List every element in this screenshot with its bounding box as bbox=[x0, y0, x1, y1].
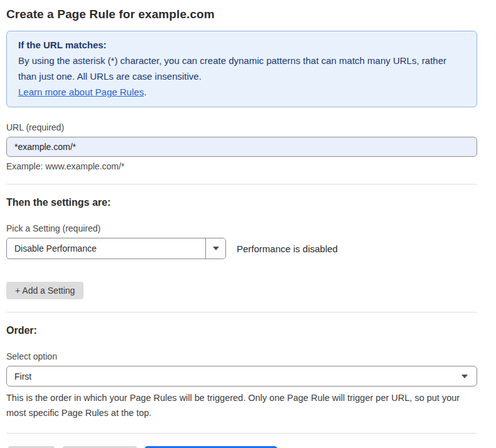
setting-select-arrow-button[interactable] bbox=[205, 238, 225, 259]
url-field-label: URL (required) bbox=[6, 122, 477, 132]
setting-select[interactable]: Disable Performance bbox=[6, 238, 226, 259]
url-example-helper: Example: www.example.com/* bbox=[6, 161, 477, 171]
order-select-label: Select option bbox=[6, 351, 477, 361]
info-box-body: By using the asterisk (*) character, you… bbox=[18, 53, 446, 84]
divider bbox=[6, 433, 477, 434]
chevron-down-icon bbox=[461, 375, 468, 378]
add-setting-button[interactable]: + Add a Setting bbox=[6, 282, 84, 299]
order-helper-text: This is the order in which your Page Rul… bbox=[6, 390, 470, 420]
setting-row: Disable Performance Performance is disab… bbox=[6, 238, 477, 259]
divider bbox=[6, 184, 477, 184]
settings-section-heading: Then the settings are: bbox=[6, 197, 477, 208]
order-section-heading: Order: bbox=[6, 325, 477, 336]
chevron-down-icon bbox=[213, 247, 219, 250]
divider bbox=[6, 312, 477, 312]
create-page-rule-form: Create a Page Rule for example.com If th… bbox=[0, 0, 496, 448]
pick-setting-label: Pick a Setting (required) bbox=[6, 223, 477, 233]
link-suffix: . bbox=[144, 87, 146, 97]
order-select-value: First bbox=[14, 371, 461, 381]
setting-select-value: Disable Performance bbox=[7, 238, 205, 259]
learn-more-link[interactable]: Learn more about Page Rules bbox=[18, 87, 144, 97]
order-select[interactable]: First bbox=[6, 366, 477, 387]
url-input[interactable] bbox=[6, 137, 477, 157]
info-box-link-line: Learn more about Page Rules. bbox=[18, 84, 465, 100]
info-box-heading: If the URL matches: bbox=[18, 37, 465, 53]
url-matches-info-box: If the URL matches: By using the asteris… bbox=[6, 31, 477, 107]
setting-status-text: Performance is disabled bbox=[237, 243, 338, 254]
page-title: Create a Page Rule for example.com bbox=[6, 8, 477, 21]
